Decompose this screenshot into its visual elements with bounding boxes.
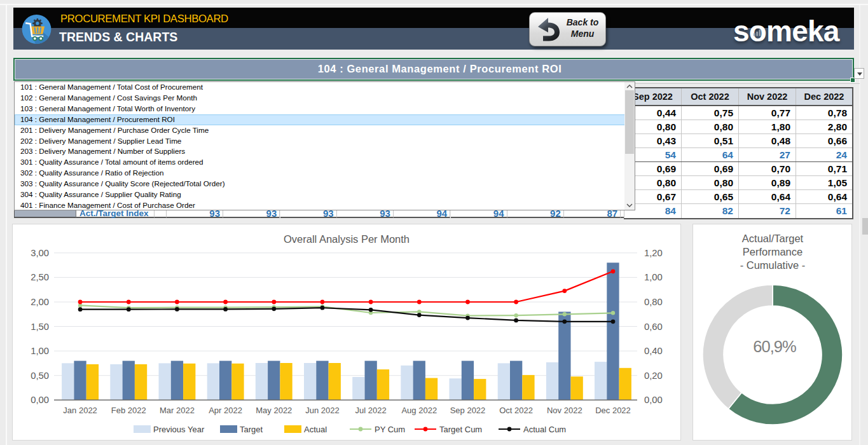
- svg-text:Actual/Target: Actual/Target: [742, 233, 804, 244]
- svg-text:- Cumulative -: - Cumulative -: [740, 259, 806, 271]
- svg-text:0,20: 0,20: [644, 371, 663, 381]
- svg-text:Feb 2022: Feb 2022: [111, 406, 146, 415]
- svg-text:Sep 2022: Sep 2022: [450, 406, 486, 415]
- svg-text:Aug 2022: Aug 2022: [401, 406, 437, 415]
- svg-text:Jan 2022: Jan 2022: [63, 406, 97, 415]
- svg-text:0,00: 0,00: [644, 395, 663, 405]
- svg-text:Oct 2022: Oct 2022: [499, 406, 533, 415]
- svg-text:3,00: 3,00: [31, 248, 49, 258]
- svg-text:PY Cum: PY Cum: [375, 425, 405, 434]
- svg-text:Performance: Performance: [743, 246, 803, 257]
- svg-text:Dec 2022: Dec 2022: [595, 406, 631, 415]
- svg-text:0,50: 0,50: [31, 371, 49, 381]
- svg-text:Nov 2022: Nov 2022: [547, 406, 582, 415]
- svg-text:0,40: 0,40: [644, 346, 663, 356]
- svg-text:Actual Cum: Actual Cum: [523, 425, 566, 434]
- svg-text:1,00: 1,00: [31, 346, 49, 356]
- svg-text:Target Cum: Target Cum: [439, 425, 482, 434]
- svg-text:2,50: 2,50: [31, 272, 49, 282]
- svg-text:Apr 2022: Apr 2022: [209, 406, 242, 415]
- svg-text:Jul 2022: Jul 2022: [355, 406, 387, 415]
- svg-text:0,00: 0,00: [31, 395, 49, 405]
- svg-text:1,20: 1,20: [644, 248, 663, 258]
- svg-text:1,50: 1,50: [31, 322, 49, 332]
- svg-text:2,00: 2,00: [31, 297, 49, 307]
- svg-text:1,00: 1,00: [644, 272, 663, 282]
- svg-text:May 2022: May 2022: [256, 406, 292, 415]
- svg-text:Overall Analysis Per Month: Overall Analysis Per Month: [284, 233, 410, 245]
- svg-text:Jun 2022: Jun 2022: [305, 406, 340, 415]
- svg-text:60,9%: 60,9%: [753, 338, 796, 355]
- svg-text:Target: Target: [240, 425, 263, 434]
- svg-text:Previous Year: Previous Year: [153, 425, 205, 434]
- svg-text:Mar 2022: Mar 2022: [160, 406, 195, 415]
- svg-text:0,60: 0,60: [644, 322, 663, 332]
- svg-text:0,80: 0,80: [644, 297, 663, 307]
- svg-text:Actual: Actual: [304, 425, 327, 434]
